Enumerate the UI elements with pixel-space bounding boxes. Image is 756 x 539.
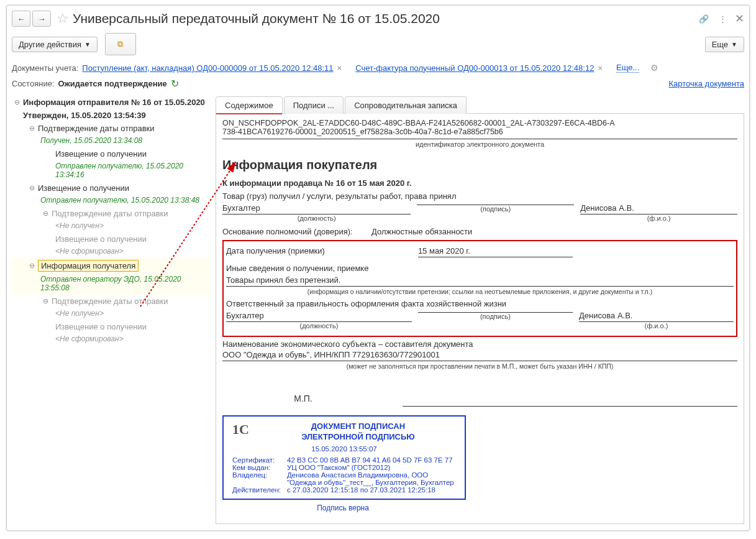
date-recv-value: 15 мая 2020 г. [418, 246, 573, 257]
tree-status: Отправлен получателю, 15.05.2020 13:38:4… [12, 195, 211, 207]
date-recv-label: Дата получения (приемки) [226, 246, 412, 257]
logo-1c-icon: 1C [232, 422, 249, 438]
status-tree: ⊖ Информация отправителя № 16 от 15.05.2… [12, 96, 211, 524]
tree-root[interactable]: ⊖ Информация отправителя № 16 от 15.05.2… [12, 96, 211, 109]
other-info-value: Товары принял без претензий. [226, 275, 734, 287]
sig-cert-v: 42 B3 CC 00 8B AB B7 94 41 A6 04 5D 7F 6… [287, 456, 456, 464]
tree-node-confirm-send-date-3a[interactable]: ⊖ Подтверждение даты отправки [12, 295, 211, 308]
tree-status: Отправлен оператору ЭДО, 15.05.2020 13:5… [12, 274, 211, 295]
arrow-right-icon: → [38, 14, 46, 24]
sig-valid-k: Действителен: [232, 486, 287, 494]
tree-node-label: Извещение о получении [55, 322, 147, 331]
field-position-caption: (должность) [222, 214, 411, 222]
sig-valid-v: с 27.03.2020 12:15:18 по 27.03.2021 12:2… [287, 486, 456, 494]
tab-content[interactable]: Содержимое [216, 96, 283, 114]
tree-node-label: Подтверждение даты отправки [52, 209, 168, 218]
resp-fio-caption: (ф.и.о.) [579, 322, 734, 329]
sig-issued-v: УЦ ООО "Такском" (ГОСТ2012) [287, 464, 456, 471]
page-title: Универсальный передаточный документ № 16… [73, 11, 698, 26]
resp-signature-caption: (подпись) [418, 313, 573, 320]
doc-id-line1: ON_NSCHFDOPPOK_2AL-E7ADDC60-D48C-489C-BB… [222, 119, 737, 127]
sig-owner-k: Владелец: [232, 471, 287, 486]
tab-signatures[interactable]: Подписи ... [284, 96, 344, 114]
content-pane: ON_NSCHFDOPPOK_2AL-E7ADDC60-D48C-489C-BB… [216, 114, 744, 524]
field-fio-caption: (ф.и.о.) [580, 214, 737, 222]
field-position-value: Бухгалтер [222, 203, 411, 214]
structure-icon-button[interactable]: ⧉ [105, 33, 136, 55]
chevron-down-icon: ▼ [731, 41, 737, 48]
remove-doc-2-icon[interactable]: × [598, 63, 603, 73]
highlight-box: Дата получения (приемки) 15 мая 2020 г. … [222, 240, 737, 337]
sig-owner-v: Денисова Анастасия Владимировна, ООО "Од… [287, 471, 456, 486]
arrow-left-icon: ← [17, 14, 25, 24]
resp-position-caption: (должность) [226, 322, 412, 329]
goods-line: Товар (груз) получил / услуги, результат… [222, 191, 737, 201]
sig-date: 15.05.2020 13:55:07 [232, 445, 456, 453]
tree-node-receipt-notice-1a[interactable]: Извещение о получении [12, 147, 211, 160]
refresh-icon[interactable]: ↻ [171, 78, 179, 90]
collapse-icon[interactable]: ⊖ [43, 297, 52, 305]
close-button[interactable]: ✕ [735, 12, 744, 25]
kebab-menu-icon[interactable]: ⋮ [716, 12, 729, 25]
tree-node-confirm-send-date-2a[interactable]: ⊖ Подтверждение даты отправки [12, 207, 211, 220]
resp-fio-value: Денисова А.В. [579, 311, 734, 322]
sig-title-2: ЭЛЕКТРОННОЙ ПОДПИСЬЮ [232, 432, 456, 441]
subject-label: Наименование экономического субъекта – с… [222, 339, 737, 349]
collapse-icon[interactable]: ⊖ [43, 210, 52, 218]
tree-status: Получен, 15.05.2020 13:34:08 [12, 135, 211, 147]
tree-node-label: Информация получателя [38, 260, 139, 272]
tree-node-receipt-notice-2[interactable]: ⊖ Извещение о получении [12, 182, 211, 195]
tree-node-label: Извещение о получении [55, 149, 147, 159]
nav-back-button[interactable]: ← [12, 11, 30, 27]
docs-label: Документы учета: [12, 63, 78, 73]
tree-status: <Не сформирован> [12, 246, 211, 258]
tree-node-label: Извещение о получении [38, 183, 129, 193]
collapse-icon[interactable]: ⊖ [29, 184, 38, 192]
tree-root-label: Информация отправителя № 16 от 15.05.202… [23, 98, 205, 107]
sig-issued-k: Кем выдан: [232, 464, 287, 471]
sig-title-1: ДОКУМЕНТ ПОДПИСАН [232, 422, 456, 431]
tree-node-receipt-notice-3b[interactable]: Извещение о получении [12, 320, 211, 333]
tree-node-label: Извещение о получении [55, 234, 147, 244]
tree-node-confirm-send-date[interactable]: ⊖ Подтверждение даты отправки [12, 122, 211, 135]
field-signature-caption: (подпись) [417, 205, 574, 213]
favorite-star-icon[interactable]: ☆ [57, 11, 69, 27]
collapse-icon[interactable]: ⊖ [29, 124, 38, 132]
sig-cert-k: Сертификат: [232, 456, 287, 464]
tree-status: Отправлен получателю, 15.05.2020 13:34:1… [12, 160, 211, 182]
collapse-icon[interactable]: ⊖ [29, 262, 38, 270]
resp-position-value: Бухгалтер [226, 311, 412, 322]
tree-node-buyer-info-selected[interactable]: ⊖ Информация получателя Отправлен операт… [12, 258, 211, 295]
hierarchy-icon: ⧉ [117, 39, 123, 49]
gear-icon[interactable]: ⚙ [650, 63, 658, 73]
more-label: Еще [712, 40, 728, 49]
docs-more-link[interactable]: Еще... [616, 63, 639, 73]
section-subheading: К информации продавца № 16 от 15 мая 202… [222, 178, 737, 188]
chevron-down-icon: ▼ [84, 41, 91, 48]
other-actions-label: Другие действия [19, 40, 81, 49]
doc-id-caption: идентификатор электронного документа [222, 141, 737, 148]
doc-id-line2: 738-41BCA7619276-00001_20200515_ef75828a… [222, 127, 737, 136]
subject-value: ООО "Одежда и обувь", ИНН/КПП 7729163630… [222, 350, 737, 361]
tree-node-label: Подтверждение даты отправки [52, 297, 168, 306]
subject-caption: (может не заполняться при проставлении п… [222, 362, 737, 370]
tab-note[interactable]: Сопроводительная записка [345, 96, 467, 114]
doc-link-1[interactable]: Поступление (акт, накладная) ОД00-000009… [82, 63, 333, 73]
sig-valid-text: Подпись верна [222, 504, 463, 512]
collapse-icon[interactable]: ⊖ [14, 98, 23, 106]
document-card-link[interactable]: Карточка документа [669, 79, 744, 88]
tree-status: <Не сформирован> [12, 333, 211, 346]
nav-forward-button[interactable]: → [32, 11, 51, 27]
signature-stamp: 1C ДОКУМЕНТ ПОДПИСАН ЭЛЕКТРОННОЙ ПОДПИСЬ… [222, 415, 466, 500]
basis-label: Основание полномочий (доверия): [222, 227, 371, 236]
link-icon[interactable]: 🔗 [698, 12, 710, 25]
doc-link-2[interactable]: Счет-фактура полученный ОД00-000013 от 1… [355, 63, 594, 73]
basis-value: Должностные обязанности [371, 227, 737, 236]
remove-doc-1-icon[interactable]: × [337, 63, 342, 73]
other-actions-button[interactable]: Другие действия ▼ [12, 37, 98, 52]
responsible-label: Ответственный за правильность оформления… [226, 299, 734, 308]
tree-node-receipt-notice-2b[interactable]: Извещение о получении [12, 233, 211, 246]
state-label: Состояние: [12, 79, 54, 88]
other-info-label: Иные сведения о получении, приемке [226, 264, 734, 273]
more-button[interactable]: Еще ▼ [705, 37, 744, 52]
